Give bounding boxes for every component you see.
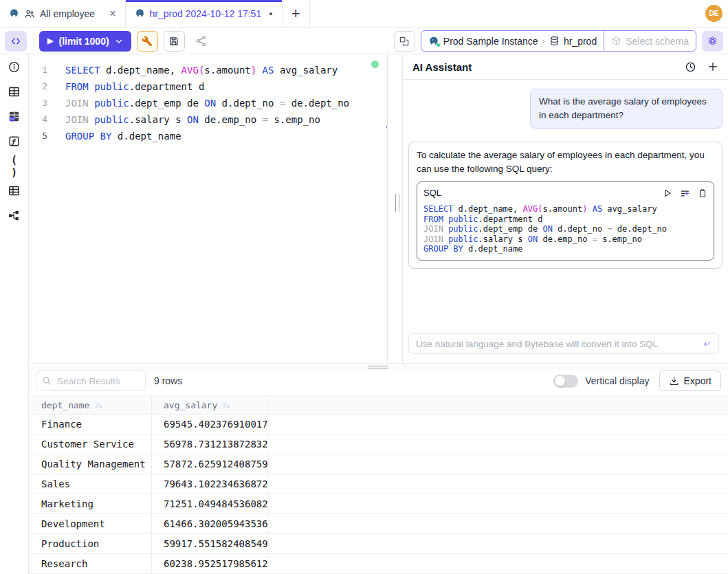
tab-label: All employee (40, 8, 95, 19)
table-row[interactable]: Sales79643.102234636872 (30, 474, 728, 494)
parentheses-icon: ( ) (5, 154, 23, 179)
copy-icon (698, 188, 707, 198)
table-cell: Sales (30, 474, 152, 494)
clock-icon (685, 61, 696, 73)
table-cell: Quality Management (30, 454, 152, 474)
table-body: Finance69545.402376910017Customer Servic… (30, 415, 728, 574)
editor-status-dot (371, 60, 379, 68)
column-header-dept-name[interactable]: dept_name (30, 396, 152, 414)
active-tab-indicator (126, 0, 282, 2)
close-icon[interactable]: × (109, 8, 115, 19)
editor-toolbar: ▶ (limit 1000) (0, 28, 728, 54)
sql-code-card: SQL (417, 181, 714, 261)
save-sheet-button[interactable] (164, 31, 185, 52)
vertical-splitter[interactable] (387, 54, 402, 363)
data-grid-icon (8, 110, 21, 123)
code-panel-button[interactable] (5, 31, 27, 52)
table-row[interactable]: Customer Service56978.731213872832 (30, 434, 728, 454)
splitter-handle[interactable] (395, 194, 399, 212)
instance-name: Prod Sample Instance (443, 36, 538, 47)
column-header-avg-salary[interactable]: avg_salary (152, 396, 267, 414)
download-icon (669, 376, 679, 386)
chevron-down-icon (115, 37, 123, 45)
toggle-knob (555, 376, 565, 386)
copy-sql-button[interactable] (698, 188, 707, 198)
search-results-input[interactable] (36, 371, 146, 391)
ai-assistant-panel: AI Assistant What is the average salary … (402, 54, 728, 363)
batch-query-button[interactable] (394, 31, 415, 52)
horizontal-splitter[interactable] (30, 363, 728, 370)
sort-icon[interactable] (94, 401, 103, 410)
table-row[interactable]: Marketing71251.049484536082 (30, 494, 728, 514)
sidebar-functions-button[interactable] (5, 133, 23, 149)
wrench-icon (142, 36, 153, 47)
table-row[interactable]: Finance69545.402376910017 (30, 415, 728, 434)
play-icon: ▶ (47, 36, 53, 45)
sql-code[interactable]: SELECT d.dept_name, AVG(s.amount) AS avg… (65, 62, 349, 363)
sidebar-info-button[interactable] (5, 59, 23, 75)
insert-icon (680, 188, 690, 199)
database-selector[interactable]: Prod Sample Instance › hr_prod (421, 31, 604, 51)
sidebar-tables-button[interactable] (5, 84, 23, 100)
table-cell: 61466.302005943536 (152, 514, 267, 533)
new-tab-button[interactable]: + (283, 0, 310, 27)
tab-all-employee[interactable]: All employee × (0, 0, 126, 27)
table-cell: Production (30, 534, 152, 553)
search-results-box (36, 371, 146, 391)
sidebar-parameters-button[interactable]: ( ) (5, 158, 23, 174)
ai-prompt-input[interactable] (416, 339, 701, 349)
share-button[interactable] (190, 31, 212, 52)
table-cell-empty (267, 514, 728, 533)
table-row[interactable]: Research60238.952517985612 (30, 554, 728, 574)
table-cell-empty (267, 534, 728, 553)
save-icon (168, 36, 179, 47)
ai-assistant-button[interactable] (702, 31, 723, 52)
insert-into-editor-button[interactable] (680, 188, 690, 199)
column-header-empty (267, 396, 728, 414)
postgres-icon (9, 8, 19, 19)
avatar[interactable]: DE (705, 5, 723, 22)
left-sidebar: ( ) (0, 54, 29, 574)
vertical-display-toggle[interactable] (553, 375, 578, 388)
sql-editor[interactable]: 12345 SELECT d.dept_name, AVG(s.amount) … (30, 54, 387, 363)
results-table: dept_name avg_salary Finance69545.402376… (30, 395, 728, 574)
tab-bar: All employee × hr_prod 2024-10-12 17:51 … (0, 0, 728, 27)
share-icon (195, 35, 207, 47)
run-sql-button[interactable] (663, 188, 672, 198)
splitter-handle[interactable] (368, 366, 388, 368)
vertical-display-label: Vertical display (585, 375, 649, 386)
table-cell: 56978.731213872832 (152, 434, 267, 454)
sort-icon[interactable] (222, 401, 231, 410)
status-dot (436, 43, 441, 47)
table-cell: 71251.049484536082 (152, 494, 267, 514)
batch-query-icon (399, 36, 410, 47)
table-cell: Development (30, 514, 152, 533)
tab-label: hr_prod 2024-10-12 17:51 (150, 8, 262, 19)
run-query-button[interactable]: ▶ (limit 1000) (39, 31, 131, 52)
table-header: dept_name avg_salary (30, 395, 728, 415)
table-row[interactable]: Quality Management57872.625912408759 (30, 454, 728, 474)
export-button[interactable]: Export (659, 371, 721, 391)
results-controls: 9 rows Vertical display Export (30, 370, 728, 392)
code-card-label: SQL (423, 186, 441, 200)
export-label: Export (684, 375, 712, 386)
breadcrumb-chevron-icon: › (542, 36, 545, 46)
table-cell-empty (267, 415, 728, 434)
table-row[interactable]: Production59917.551582408549 (30, 534, 728, 554)
sidebar-schema-diagram-button[interactable] (5, 208, 23, 223)
new-chat-button[interactable] (707, 61, 718, 72)
format-sql-button[interactable] (137, 31, 158, 52)
tab-hr-prod[interactable]: hr_prod 2024-10-12 17:51 ● (126, 0, 283, 27)
sidebar-sample-data-button[interactable] (5, 109, 23, 124)
user-message: What is the average salary of employees … (530, 89, 723, 129)
schema-placeholder: Select schema (626, 36, 689, 47)
database-name: hr_prod (564, 36, 597, 47)
schema-selector[interactable]: Select schema (604, 31, 696, 51)
history-button[interactable] (685, 61, 696, 73)
table-cell: Customer Service (30, 434, 152, 454)
table-cell: 57872.625912408759 (152, 454, 267, 474)
postgres-icon (135, 8, 145, 19)
table-row[interactable]: Development61466.302005943536 (30, 514, 728, 534)
sidebar-sheets-button[interactable] (5, 183, 23, 199)
row-count: 9 rows (154, 375, 182, 386)
